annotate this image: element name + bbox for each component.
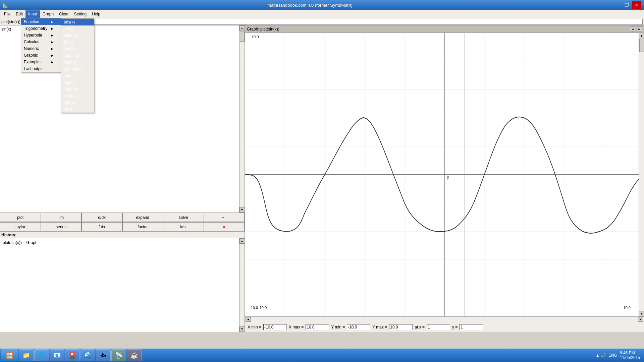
button-rows: plot lim d/dx expand solve ~= taylor ser… [0,213,245,232]
btn-ddx[interactable]: d/dx [82,213,122,222]
button-row-1: plot lim d/dx expand solve ~= [0,213,245,222]
menu-clear[interactable]: Clear [56,10,71,18]
scroll-thumb[interactable] [240,32,245,42]
xmin-input[interactable] [263,324,287,330]
taskbar-ftp[interactable]: 📡 [111,349,126,361]
xmax-input[interactable] [306,324,329,330]
systray-time-value: 8:46 PM [620,351,635,355]
titlebar-title: mathHandbook.com 4.0 (former SymbMath) [8,3,612,8]
btn-solve[interactable]: solve [163,213,204,222]
submenu-factorial[interactable]: factorial(x) [61,52,94,59]
vscroll-thumb[interactable] [639,39,644,52]
menu-graph[interactable]: Graph [40,10,56,18]
menubar: File Edit Input Graph Clear Setting Help [0,10,644,18]
history-scrollbar[interactable]: ▲ ▼ [239,238,245,332]
submenu-erf[interactable]: erf(x) [61,39,94,46]
function-label: Function [24,19,39,24]
btn-factor[interactable]: factor [122,222,163,231]
submenu-floor[interactable]: floor(x) [61,59,94,66]
graph-hscrollbar[interactable]: ◄ ► [245,316,644,322]
dropdown-lastoutput[interactable]: Last output [21,65,61,72]
examples-arrow: ► [51,60,54,64]
dropdown-numeric[interactable]: Numeric ► [21,45,61,52]
taskbar-network[interactable]: 🖧 [96,349,111,361]
numeric-arrow: ► [51,47,54,51]
y-max-label: 10.0 [252,35,259,39]
dropdown-function[interactable]: Function ► abs(x) ceil(x) delta(x) erf(x… [21,18,61,25]
xmax-label: X max = [289,325,304,329]
dropdown-graphic[interactable]: Graphic ► [21,52,61,59]
restore-button[interactable]: ❐ [622,1,631,9]
y-input[interactable] [460,324,483,330]
left-scrollbar[interactable]: ▲ ▼ [239,25,245,213]
dropdown-hyperbola[interactable]: Hyperbola ► [21,32,61,39]
submenu-sign[interactable]: sign(x) [61,93,94,99]
taskbar-java[interactable]: ☕ [127,349,142,361]
start-button[interactable]: 🪟 [1,349,18,361]
btn-equals[interactable]: = [204,222,245,231]
hscroll-right[interactable]: ► [638,317,643,322]
submenu-im[interactable]: im(x) [61,72,94,79]
input-field[interactable] [25,19,643,25]
btn-integral[interactable]: f dx [82,222,122,231]
submenu-log10[interactable]: log10(x) [61,86,94,93]
ymin-input[interactable] [347,324,370,330]
submenu-re[interactable]: re(x) [61,106,94,113]
trig-arrow: ► [51,27,54,31]
btn-last[interactable]: last [163,222,204,231]
btn-lim[interactable]: lim [41,213,82,222]
menu-edit[interactable]: Edit [13,10,25,18]
menu-setting[interactable]: Setting [71,10,89,18]
dropdown-calculus[interactable]: Calculus ► [21,39,61,45]
taskbar-ie[interactable]: 🌊 [80,349,95,361]
dropdown-trigonometry[interactable]: Trigonometry ► [21,25,61,32]
taskbar-email[interactable]: 📧 [50,349,64,361]
y-label: y = [452,325,458,329]
submenu-log[interactable]: log(x) [61,79,94,86]
minimize-button[interactable]: − [612,1,621,9]
submenu-gamma[interactable]: gamma(x) [61,66,94,72]
graph-scroll-left[interactable]: ◄ [630,26,635,32]
graph-vscrollbar[interactable]: ▲ ▼ [639,33,644,316]
taskbar-game[interactable]: 🎴 [65,349,80,361]
btn-taylor[interactable]: taylor [0,222,41,231]
function-arrow: ► [51,20,54,24]
systray-date-value: 11/05/2015 [620,355,640,360]
input-dropdown: Function ► abs(x) ceil(x) delta(x) erf(x… [21,18,61,72]
atx-label: at x = [415,325,425,329]
taskbar-files[interactable]: 📁 [19,349,34,361]
scroll-up[interactable]: ▲ [239,25,245,31]
inputbar: plot(sin(x)) = [0,18,644,25]
submenu-exp[interactable]: exp(x) [61,46,94,52]
submenu-delta[interactable]: delta(x) [61,32,94,39]
hscroll-left[interactable]: ◄ [246,317,251,322]
systray-lang: ENG [608,353,617,358]
btn-expand[interactable]: expand [122,213,163,222]
graphic-label: Graphic [24,53,38,58]
submenu-sqrt[interactable]: sqrt(x) [61,99,94,106]
vscroll-down[interactable]: ▼ [639,311,644,316]
vscroll-up[interactable]: ▲ [639,33,644,38]
taskbar-chrome[interactable]: 🌐 [34,349,49,361]
submenu-abs[interactable]: abs(x) [61,19,94,25]
dropdown-overlay: Function ► abs(x) ceil(x) delta(x) erf(x… [21,18,61,72]
hyp-arrow: ► [51,34,54,37]
btn-series[interactable]: series [41,222,82,231]
btn-approx[interactable]: ~= [204,213,245,222]
history-scroll-up[interactable]: ▲ [239,238,245,244]
taskbar: 🪟 📁 🌐 📧 🎴 🌊 🖧 📡 ☕ ▲ 🔊 ENG 8:46 PM 11/05/… [0,349,644,362]
menu-file[interactable]: File [1,10,13,18]
menu-help[interactable]: Help [89,10,103,18]
submenu-ceil[interactable]: ceil(x) [61,25,94,32]
menu-input[interactable]: Input [25,10,40,18]
atx-input[interactable] [427,324,450,330]
history-scroll-down[interactable]: ▼ [239,326,245,332]
btn-plot[interactable]: plot [0,213,41,222]
svg-text:y: y [447,173,449,180]
dropdown-examples[interactable]: Examples ► [21,59,61,65]
graph-svg: y x [245,33,644,316]
close-button[interactable]: ✕ [632,1,641,9]
graph-scroll-right[interactable]: ► [637,26,642,32]
scroll-down[interactable]: ▼ [239,207,245,213]
ymax-input[interactable] [389,324,413,330]
